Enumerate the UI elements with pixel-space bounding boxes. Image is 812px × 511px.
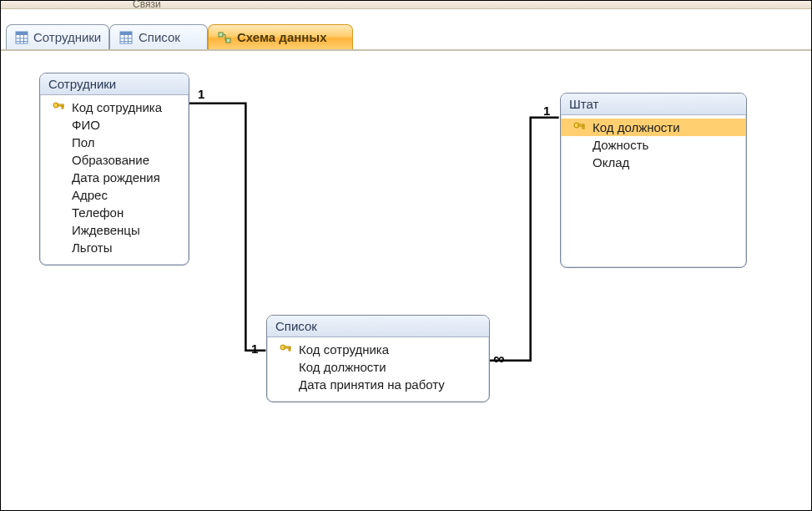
relationships-icon — [217, 30, 232, 45]
cardinality-employees-side: 1 — [198, 87, 204, 101]
table-list[interactable]: Список Код сотрудника Код должности Дата… — [266, 315, 490, 402]
datasheet-icon — [119, 30, 134, 45]
cardinality-staff-side: 1 — [543, 104, 550, 118]
field-label: ФИО — [72, 118, 100, 132]
svg-rect-1 — [16, 32, 28, 35]
primary-key-icon — [52, 101, 65, 114]
table-field[interactable]: Иждевенцы — [40, 221, 189, 239]
document-tabs: Сотрудники Список Схема данных — [6, 24, 806, 49]
table-field[interactable]: Дата рождения — [40, 169, 189, 186]
ribbon-strip — [1, 1, 811, 9]
table-field[interactable]: Оклад — [561, 154, 746, 171]
field-label: Оклад — [593, 155, 629, 169]
field-label: Телефон — [72, 205, 124, 220]
ribbon-group-label: Связи — [133, 0, 161, 10]
field-label: Пол — [72, 135, 95, 149]
svg-rect-19 — [289, 348, 290, 351]
datasheet-icon — [15, 30, 28, 45]
svg-rect-16 — [62, 106, 63, 109]
tab-label: Список — [139, 30, 180, 44]
tab-label: Схема данных — [237, 30, 327, 44]
cardinality-list-left: 1 — [251, 342, 258, 356]
table-staff[interactable]: Штат Код должности Дожность Оклад — [560, 93, 747, 268]
cardinality-list-right-infinity: ∞ — [493, 350, 503, 368]
field-label: Льготы — [72, 240, 112, 255]
table-field[interactable]: Пол — [40, 134, 189, 151]
svg-rect-22 — [583, 126, 584, 129]
table-field[interactable]: ФИО — [40, 116, 189, 134]
primary-key-icon — [572, 121, 586, 134]
svg-rect-13 — [226, 38, 230, 43]
field-label: Образование — [72, 153, 149, 167]
tab-label: Сотрудники — [33, 30, 101, 44]
field-label: Код должности — [593, 120, 680, 134]
table-field[interactable]: Код должности — [267, 358, 489, 376]
relationships-canvas[interactable]: 1 1 ∞ 1 Сотрудники Код сотрудника ФИО По… — [1, 51, 811, 510]
field-label: Код должности — [299, 360, 386, 374]
table-field[interactable]: Код сотрудника — [40, 99, 189, 116]
tab-list[interactable]: Список — [109, 24, 208, 49]
table-field[interactable]: Адрес — [40, 186, 189, 204]
tab-schema[interactable]: Схема данных — [208, 24, 353, 49]
primary-key-icon — [279, 343, 292, 357]
table-field[interactable]: Телефон — [40, 204, 189, 221]
field-label: Адрес — [72, 188, 108, 202]
field-label: Код сотрудника — [299, 342, 389, 357]
field-label: Дата принятия на работу — [299, 377, 445, 392]
field-label: Код сотрудника — [72, 100, 162, 114]
table-field[interactable]: Льготы — [40, 239, 189, 256]
table-field[interactable]: Код должности — [561, 119, 746, 136]
table-header[interactable]: Сотрудники — [40, 73, 189, 95]
table-field-list: Код должности Дожность Оклад — [561, 115, 746, 180]
table-field-list: Код сотрудника ФИО Пол Образование Дата … — [40, 95, 189, 265]
field-label: Дожность — [593, 138, 648, 152]
table-field[interactable]: Дожность — [561, 136, 746, 154]
svg-rect-7 — [120, 32, 132, 35]
field-label: Иждевенцы — [72, 223, 140, 237]
table-field[interactable]: Код сотрудника — [267, 341, 489, 358]
table-employees[interactable]: Сотрудники Код сотрудника ФИО Пол Образо… — [39, 73, 189, 266]
table-field-list: Код сотрудника Код должности Дата принят… — [267, 337, 489, 402]
table-header[interactable]: Штат — [561, 94, 746, 115]
svg-rect-12 — [219, 33, 223, 37]
table-field[interactable]: Образование — [40, 151, 189, 169]
app-frame: Связи Сотрудники Список Схема данных — [0, 0, 812, 511]
tab-employees[interactable]: Сотрудники — [6, 24, 109, 49]
table-field[interactable]: Дата принятия на работу — [267, 376, 489, 393]
field-label: Дата рождения — [72, 170, 160, 185]
table-header[interactable]: Список — [267, 316, 489, 337]
